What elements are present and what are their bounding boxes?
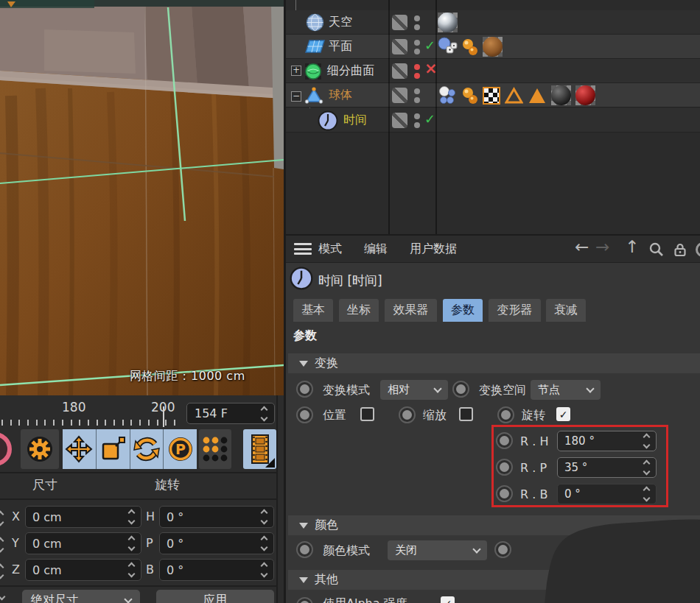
expand-plus-icon[interactable]: + — [291, 66, 301, 76]
lock-icon[interactable] — [672, 241, 688, 258]
sds-object-icon[interactable] — [304, 62, 323, 81]
enabled-check-icon[interactable]: ✓ — [424, 38, 435, 53]
tab-basic[interactable]: 基本 — [293, 299, 333, 322]
object-name[interactable]: 天空 — [329, 15, 352, 30]
hamburger-menu-icon[interactable] — [294, 243, 312, 255]
timeline-ruler[interactable] — [1, 420, 180, 426]
size-y-field[interactable]: 0 cm — [25, 532, 141, 554]
key-scale-button[interactable] — [97, 429, 130, 469]
visibility-dots[interactable] — [414, 88, 420, 103]
enabled-check-icon[interactable]: ✓ — [424, 111, 435, 127]
layer-chip[interactable] — [392, 39, 407, 54]
size-mode-dropdown[interactable]: 绝对尺寸 — [22, 590, 140, 603]
phong-tag-icon[interactable] — [462, 38, 478, 56]
param-knob[interactable] — [452, 381, 469, 398]
material-tag-wood[interactable] — [483, 37, 503, 57]
back-arrow-icon[interactable]: ← — [575, 237, 589, 256]
cluster-tag-icon[interactable] — [438, 85, 458, 105]
rotation-h-field[interactable]: 0 ° — [159, 506, 274, 528]
triangle-solid-tag-icon[interactable] — [528, 87, 547, 105]
transform-mode-dropdown[interactable]: 相对 — [380, 380, 448, 400]
tab-param[interactable]: 参数 — [443, 299, 483, 322]
use-alpha-checkbox[interactable]: ✓ — [441, 596, 455, 603]
keying-dots-button[interactable] — [199, 429, 231, 469]
material-tag-black[interactable] — [551, 85, 571, 105]
layer-chip[interactable] — [392, 63, 407, 79]
layer-chip[interactable] — [392, 88, 407, 103]
uvw-tag-icon[interactable] — [483, 87, 500, 105]
spinner-icon[interactable] — [262, 510, 267, 523]
param-knob[interactable] — [296, 597, 313, 603]
rotation-checkbox[interactable]: ✓ — [556, 407, 570, 421]
apply-button[interactable]: 应用 — [156, 590, 274, 603]
viewport-3d[interactable]: 网格间距 : 1000 cm — [0, 0, 284, 395]
up-arrow-icon[interactable]: ↑ — [625, 237, 639, 256]
spinner-icon[interactable] — [129, 510, 134, 523]
object-row-time[interactable]: 时间 ✓ — [286, 108, 700, 133]
key-parameter-button[interactable]: P — [164, 429, 197, 469]
triangle-outline-tag-icon[interactable] — [505, 87, 523, 105]
spinner-icon[interactable] — [0, 512, 3, 525]
object-name[interactable]: 球体 — [329, 88, 352, 103]
scale-checkbox[interactable] — [459, 407, 473, 421]
object-name[interactable]: 时间 — [343, 113, 367, 128]
plane-object-icon[interactable] — [305, 39, 325, 54]
spinner-icon[interactable] — [129, 537, 134, 550]
rotation-b-field[interactable]: 0 ° — [159, 559, 274, 581]
transform-space-dropdown[interactable]: 节点 — [531, 380, 601, 400]
search-icon[interactable] — [648, 241, 665, 258]
sphere-object-icon[interactable] — [304, 86, 323, 105]
object-row-plane[interactable]: 平面 ✓ — [286, 35, 700, 59]
menu-mode[interactable]: 模式 — [318, 241, 342, 257]
clock-icon[interactable] — [318, 110, 338, 131]
record-button[interactable] — [0, 432, 12, 466]
color-mode-dropdown[interactable]: 关闭 — [388, 540, 487, 560]
param-knob[interactable] — [296, 541, 313, 558]
layer-chip[interactable] — [392, 15, 407, 30]
spinner-icon[interactable] — [0, 594, 4, 599]
current-frame-field[interactable]: 154 F — [186, 403, 275, 424]
history-icon[interactable] — [696, 242, 700, 257]
object-name[interactable]: 平面 — [329, 39, 352, 54]
compositing-tag-icon[interactable] — [438, 37, 458, 57]
menu-edit[interactable]: 编辑 — [364, 241, 388, 257]
collapse-minus-icon[interactable]: − — [291, 91, 301, 102]
tab-falloff[interactable]: 衰减 — [546, 299, 586, 322]
key-position-button[interactable] — [63, 429, 97, 469]
spinner-icon[interactable] — [0, 565, 3, 578]
size-x-field[interactable]: 0 cm — [25, 506, 141, 528]
spinner-icon[interactable] — [129, 563, 134, 576]
param-knob[interactable] — [296, 406, 313, 423]
forward-arrow-icon[interactable]: → — [595, 237, 609, 256]
visibility-dots[interactable] — [414, 113, 420, 128]
spinner-icon[interactable] — [0, 538, 3, 551]
phong-tag-icon[interactable] — [462, 87, 478, 105]
object-row-sds[interactable]: + 细分曲面 × — [286, 59, 700, 83]
spinner-icon[interactable] — [262, 407, 267, 420]
tab-effector[interactable]: 效果器 — [385, 299, 437, 322]
visibility-dots[interactable] — [414, 40, 420, 54]
spinner-icon[interactable] — [262, 537, 267, 550]
material-tag-red[interactable] — [575, 85, 595, 105]
layer-chip[interactable] — [392, 113, 407, 128]
param-knob[interactable] — [296, 381, 313, 398]
object-row-sky[interactable]: 天空 — [286, 10, 700, 35]
tab-coord[interactable]: 坐标 — [339, 299, 379, 322]
position-checkbox[interactable] — [360, 407, 374, 421]
tab-deformer[interactable]: 变形器 — [489, 299, 541, 322]
group-transform[interactable]: 变换 — [288, 353, 700, 373]
visibility-dots[interactable] — [414, 64, 420, 79]
autokey-gear-button[interactable] — [21, 429, 59, 469]
timeline-film-button[interactable] — [243, 429, 276, 469]
material-tag-chrome[interactable] — [438, 13, 458, 32]
size-z-field[interactable]: 0 cm — [25, 559, 141, 581]
sky-object-icon[interactable] — [306, 13, 324, 32]
param-knob[interactable] — [399, 406, 416, 423]
menu-user-data[interactable]: 用户数据 — [410, 241, 457, 257]
object-name[interactable]: 细分曲面 — [327, 63, 374, 79]
object-row-sphere[interactable]: − 球体 — [286, 83, 700, 107]
rotation-p-field[interactable]: 0 ° — [159, 532, 274, 554]
visibility-dots[interactable] — [414, 15, 420, 30]
key-rotation-button[interactable] — [130, 429, 164, 469]
param-knob[interactable] — [497, 406, 514, 423]
